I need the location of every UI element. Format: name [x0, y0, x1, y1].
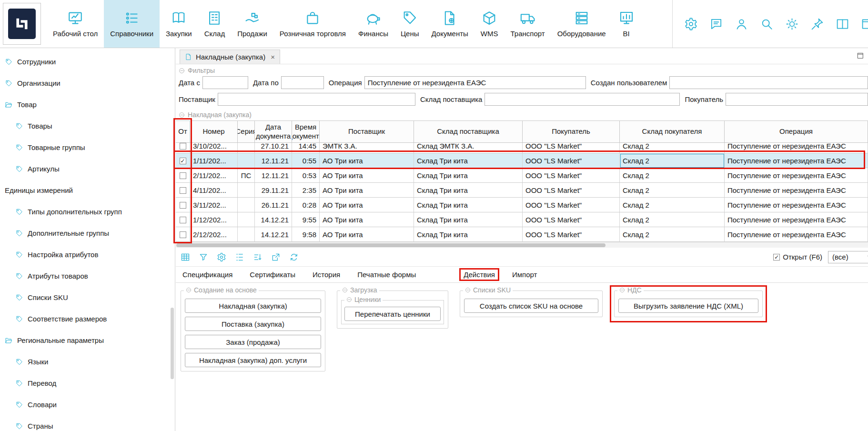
row-checkbox[interactable] [180, 202, 186, 209]
cell-time[interactable]: 0:53 [292, 168, 320, 183]
create-from-button[interactable]: Накладная (закупка) [185, 299, 321, 313]
cell-supplier_warehouse[interactable]: Склад Три кита [414, 168, 523, 183]
filter-input[interactable] [202, 76, 248, 89]
open-filter-checkbox[interactable]: Открыт (F6) [773, 253, 822, 261]
sidebar-item[interactable]: Языки [0, 351, 175, 372]
sidebar-item[interactable]: Дополнительные группы [0, 222, 175, 244]
cell-number[interactable]: 3/10/202... [190, 143, 238, 153]
sidebar-item[interactable]: Единицы измерений [0, 180, 175, 201]
pin-icon[interactable] [810, 17, 824, 31]
cell-number[interactable]: 2/12/202... [190, 227, 238, 242]
open-in-new-icon[interactable] [271, 252, 281, 262]
cell-number[interactable]: 2/11/202... [190, 168, 238, 183]
cell-series[interactable] [238, 227, 255, 242]
filter-input[interactable] [726, 93, 868, 106]
collapse-icon[interactable] [619, 287, 625, 293]
detail-tab[interactable]: История [313, 271, 340, 279]
cell-time[interactable]: 0:28 [292, 198, 320, 212]
sidebar-item[interactable]: Настройка атрибутов [0, 244, 175, 265]
collapse-icon[interactable] [179, 112, 185, 118]
cell-time[interactable]: 2:35 [292, 183, 320, 198]
module-sales[interactable]: Продажи [231, 0, 273, 48]
cell-date[interactable]: 27.10.21 [255, 143, 292, 153]
row-checkbox[interactable] [180, 231, 186, 238]
sidebar-item[interactable]: Региональные параметры [0, 330, 175, 351]
split-view-icon[interactable] [836, 17, 849, 31]
cell-supplier_warehouse[interactable]: Склад Три кита [414, 153, 523, 168]
cell-buyer[interactable]: ООО "LS Market" [523, 198, 620, 212]
collapse-icon[interactable] [179, 68, 185, 74]
user-icon[interactable] [735, 17, 748, 31]
module-finance[interactable]: Финансы [352, 0, 394, 48]
checkbox-cell[interactable] [176, 168, 190, 183]
checkbox-cell[interactable] [176, 183, 190, 198]
checkbox-cell[interactable] [176, 198, 190, 212]
cell-supplier[interactable]: АО Три кита [320, 198, 414, 212]
sort-list-icon[interactable] [253, 252, 262, 262]
checkbox-cell[interactable] [176, 143, 190, 153]
cell-buyer_warehouse[interactable]: Склад 2 [620, 183, 725, 198]
cell-supplier_warehouse[interactable]: Склад Три кита [414, 198, 523, 212]
table-icon[interactable] [181, 252, 190, 262]
cell-buyer[interactable]: ООО "LS Market" [523, 212, 620, 227]
cell-operation[interactable]: Поступление от нерезидента ЕАЭС [725, 183, 868, 198]
cell-buyer[interactable]: ООО "LS Market" [523, 227, 620, 242]
checkbox-icon[interactable] [773, 254, 780, 261]
module-truck[interactable]: Транспорт [505, 0, 551, 48]
cell-operation[interactable]: Поступление от нерезидента ЕАЭС [725, 168, 868, 183]
cell-buyer[interactable]: ООО "LS Market" [523, 153, 620, 168]
create-from-button[interactable]: Заказ (продажа) [185, 335, 321, 349]
cell-buyer_warehouse[interactable]: Склад 2 [620, 168, 725, 183]
filter-input[interactable] [281, 76, 324, 89]
table-row[interactable]: 4/11/202...29.11.212:35АО Три китаСклад … [176, 183, 868, 198]
row-checkbox[interactable] [180, 187, 186, 194]
column-header[interactable]: Время документа [292, 121, 320, 142]
checkbox-cell[interactable] [176, 153, 190, 168]
tab-invoices-purchase[interactable]: Накладные (закупка) × [180, 50, 280, 64]
column-header[interactable]: Покупатель [523, 121, 620, 142]
sidebar-item[interactable]: Соответствие размеров [0, 308, 175, 330]
table-row[interactable]: 2/12/202...14.12.219:58АО Три китаСклад … [176, 227, 868, 242]
filter-icon[interactable] [199, 252, 208, 262]
checkbox-cell[interactable] [176, 212, 190, 227]
cell-buyer[interactable]: ООО "LS Market" [523, 168, 620, 183]
cell-buyer[interactable]: ООО "LS Market" [523, 143, 620, 153]
cell-buyer_warehouse[interactable]: Склад 2 [620, 153, 725, 168]
sidebar-item[interactable]: Товары [0, 115, 175, 137]
settings-icon[interactable] [684, 17, 698, 31]
module-warehouse[interactable]: Склад [198, 0, 231, 48]
filter-input[interactable] [218, 93, 415, 106]
cell-operation[interactable]: Поступление от нерезидента ЕАЭС [725, 153, 868, 168]
filters-group-label[interactable]: Фильтры [179, 66, 868, 75]
column-header[interactable]: Склад покупателя [620, 121, 725, 142]
export-vat-xml-button[interactable]: Выгрузить заявление НДС (XML) [618, 299, 758, 313]
module-equipment[interactable]: Оборудование [551, 0, 612, 48]
collapse-icon[interactable] [465, 287, 471, 293]
cell-buyer_warehouse[interactable]: Склад 2 [620, 227, 725, 242]
detail-tab[interactable]: Импорт [512, 271, 537, 279]
horizontal-scrollbar[interactable] [176, 242, 868, 248]
cell-date[interactable]: 14.12.21 [255, 227, 292, 242]
cell-series[interactable] [238, 198, 255, 212]
cell-operation[interactable]: Поступление от нерезидента ЕАЭС [725, 212, 868, 227]
cell-supplier_warehouse[interactable]: Склад ЭМТК З.А. [414, 143, 523, 153]
column-header[interactable]: Серия [238, 121, 255, 142]
module-price-tag[interactable]: Цены [394, 0, 425, 48]
cell-date[interactable]: 14.12.21 [255, 212, 292, 227]
column-header[interactable]: Дата документа [255, 121, 292, 142]
scrollbar-thumb[interactable] [176, 243, 606, 247]
create-sku-list-button[interactable]: Создать список SKU на основе [464, 299, 598, 313]
cell-supplier[interactable]: АО Три кита [320, 212, 414, 227]
cell-series[interactable]: ПС [238, 168, 255, 183]
sidebar-item[interactable]: Страны [0, 415, 175, 431]
sidebar-scrollbar[interactable] [171, 308, 174, 379]
detail-tab[interactable]: Печатные формы [357, 271, 416, 279]
cell-supplier_warehouse[interactable]: Склад Три кита [414, 227, 523, 242]
cell-time[interactable]: 9:55 [292, 212, 320, 227]
sidebar-item[interactable]: Словари [0, 394, 175, 415]
detail-tab[interactable]: Спецификация [182, 271, 232, 279]
cell-supplier[interactable]: ЭМТК З.А. [320, 143, 414, 153]
row-checkbox[interactable] [180, 172, 186, 179]
cell-date[interactable]: 12.11.21 [255, 168, 292, 183]
collapse-icon[interactable] [342, 287, 348, 293]
